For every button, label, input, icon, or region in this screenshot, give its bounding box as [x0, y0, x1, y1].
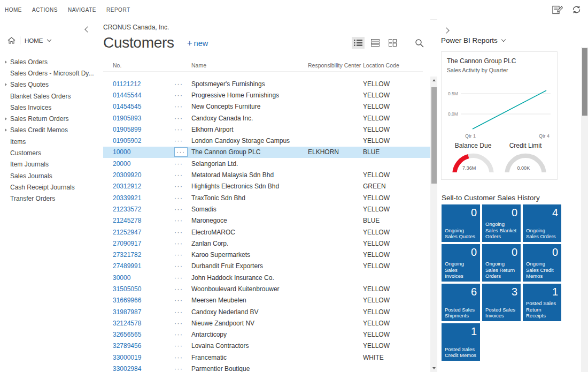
table-row[interactable]: 01454545 ··· New Concepts Furniture YELL…	[103, 101, 430, 112]
table-row[interactable]: 01905902 ··· London Candoxy Storage Camp…	[103, 135, 430, 146]
row-options-icon[interactable]: ···	[174, 171, 183, 179]
customer-no-link[interactable]: 01905893	[113, 115, 141, 122]
grid-view-icon[interactable]	[386, 37, 399, 49]
customer-no-link[interactable]: 20309920	[113, 171, 141, 179]
cue-tile[interactable]: 0 Ongoing Sales Blanket Orders	[482, 204, 521, 242]
row-options-icon[interactable]: ···	[174, 308, 183, 316]
table-row[interactable]: 01905893 ··· Candoxy Canada Inc. YELLOW	[103, 112, 430, 124]
sidebar-item[interactable]: Item Journals	[0, 159, 95, 170]
row-options-icon[interactable]: ···	[174, 229, 183, 236]
breadcrumb[interactable]: CRONUS Canada, Inc.	[103, 24, 169, 31]
table-row[interactable]: 32656565 ··· Antarcticopy YELLOW	[103, 329, 430, 340]
customer-no-link[interactable]: 33000019	[113, 354, 141, 361]
table-row[interactable]: 01905899 ··· Elkhorn Airport YELLOW	[103, 124, 430, 135]
customer-no-link[interactable]: 01445544	[113, 92, 141, 99]
customer-no-link[interactable]: 32656565	[113, 331, 141, 338]
panel-scrollbar[interactable]	[581, 47, 588, 372]
table-row[interactable]: 20339921 ··· TraxTonic Sdn Bhd YELLOW	[103, 192, 430, 203]
column-header-responsibility-center[interactable]: Responsibility Center	[308, 62, 363, 69]
scrollbar-thumb[interactable]	[431, 87, 437, 184]
table-row[interactable]: 01121212 ··· Spotsmeyer's Furnishings YE…	[103, 78, 430, 89]
table-row[interactable]: 32124578 ··· Nieuwe Zandpoort NV YELLOW	[103, 317, 430, 329]
customer-no-link[interactable]: 32789456	[113, 342, 141, 350]
row-options-icon[interactable]: ···	[174, 297, 183, 304]
sidebar-item[interactable]: Sales Credit Memos	[0, 125, 95, 136]
customer-no-link[interactable]: 01454545	[113, 103, 141, 110]
column-header-location-code[interactable]: Location Code	[363, 62, 423, 69]
table-row[interactable]: 32789456 ··· Lovaina Contractors YELLOW	[103, 340, 430, 352]
row-options-icon[interactable]: ···	[174, 320, 183, 327]
tall-rows-view-icon[interactable]	[369, 37, 382, 49]
search-icon[interactable]	[415, 39, 424, 48]
row-options-icon[interactable]: ···	[174, 274, 183, 282]
expand-icon[interactable]	[5, 117, 7, 120]
table-row[interactable]: 31987987 ··· Candoxy Nederland BV YELLOW	[103, 306, 430, 317]
table-row[interactable]: 01445544 ··· Progressive Home Furnishing…	[103, 89, 430, 101]
customer-no-link[interactable]: 20312912	[113, 183, 141, 190]
scroll-up-icon[interactable]	[430, 77, 437, 84]
sidebar-item[interactable]: Blanket Sales Orders	[0, 90, 95, 102]
new-button[interactable]: + new	[187, 39, 208, 48]
sidebar-item[interactable]: Customers	[0, 147, 95, 158]
cue-tile[interactable]: 0 Ongoing Sales Credit Memos	[523, 244, 561, 282]
customer-no-link[interactable]: 30000	[113, 274, 130, 282]
column-header-no[interactable]: No.	[113, 62, 174, 69]
row-options-icon[interactable]: ···	[174, 126, 183, 133]
scrollbar-thumb[interactable]	[582, 48, 587, 116]
customer-no-link[interactable]: 01905899	[113, 126, 141, 133]
row-options-icon[interactable]: ···	[174, 183, 183, 190]
table-row[interactable]: 27321782 ··· Karoo Supermarkets YELLOW	[103, 249, 430, 260]
cue-tile[interactable]: 1 Posted Sales Credit Memos	[442, 323, 480, 361]
refresh-icon[interactable]	[571, 5, 582, 14]
cue-tile[interactable]: 6 Posted Sales Shipments	[442, 284, 480, 321]
edit-list-icon[interactable]	[552, 5, 563, 14]
sidebar-item[interactable]: Sales Orders	[0, 56, 95, 67]
expand-icon[interactable]	[5, 83, 7, 86]
expand-icon[interactable]	[5, 60, 7, 64]
row-options-icon[interactable]: ···	[174, 354, 183, 361]
customer-no-link[interactable]: 10000	[113, 148, 130, 156]
sidebar-home-menu[interactable]: HOME	[0, 19, 95, 44]
row-options-icon[interactable]: ···	[174, 80, 183, 88]
row-options-icon[interactable]: ···	[174, 240, 183, 247]
table-row[interactable]: 30000 ··· John Haddock Insurance Co.	[103, 272, 430, 283]
customer-no-link[interactable]: 21252947	[113, 229, 141, 236]
customer-no-link[interactable]: 21245278	[113, 217, 141, 224]
row-options-icon[interactable]: ···	[174, 92, 183, 99]
expand-icon[interactable]	[5, 128, 7, 132]
table-row[interactable]: 33002984 ··· Parmentier Boutique	[103, 363, 430, 372]
menubar-tab[interactable]: HOME	[5, 7, 22, 13]
table-row[interactable]: 21245278 ··· Maronegoce BLUE	[103, 215, 430, 226]
row-options-icon[interactable]: ···	[174, 217, 183, 224]
customer-no-link[interactable]: 31505050	[113, 285, 141, 293]
cue-tile[interactable]: 3 Posted Sales Invoices	[482, 284, 521, 321]
table-row[interactable]: 31505050 ··· Woonboulevard Kuitenbrouwer…	[103, 283, 430, 294]
row-options-icon[interactable]: ···	[174, 285, 183, 293]
customer-no-link[interactable]: 31987987	[113, 308, 141, 316]
sidebar-item[interactable]: Sales Orders - Microsoft Dy...	[0, 67, 95, 79]
table-row[interactable]: 27090917 ··· Zanlan Corp. YELLOW	[103, 238, 430, 249]
sidebar-item[interactable]: Sales Return Orders	[0, 113, 95, 124]
customer-no-link[interactable]: 33002984	[113, 365, 141, 372]
row-options-icon[interactable]: ···	[174, 160, 183, 168]
sidebar-item[interactable]: Sales Invoices	[0, 102, 95, 113]
customer-no-link[interactable]: 27489991	[113, 262, 141, 270]
sidebar-item[interactable]: Sales Journals	[0, 170, 95, 181]
customer-no-link[interactable]: 01905902	[113, 137, 141, 145]
table-row[interactable]: 21252947 ··· ElectroMAROC YELLOW	[103, 226, 430, 238]
row-options-icon[interactable]: ···	[174, 137, 183, 145]
cue-tile[interactable]: 0 Ongoing Sales Return Orders	[482, 244, 521, 282]
customer-no-link[interactable]: 31669966	[113, 297, 141, 304]
customer-no-link[interactable]: 27090917	[113, 240, 141, 247]
cue-tile[interactable]: 4 Ongoing Sales Orders	[523, 204, 561, 242]
scroll-down-icon[interactable]	[430, 365, 437, 372]
cue-tile[interactable]: 0 Ongoing Sales Quotes	[442, 204, 480, 242]
customer-no-link[interactable]: 32124578	[113, 320, 141, 327]
list-view-icon[interactable]	[352, 37, 365, 49]
table-scrollbar[interactable]	[430, 77, 437, 372]
customer-no-link[interactable]: 01121212	[113, 80, 141, 88]
row-options-icon[interactable]: ···	[174, 365, 183, 372]
sidebar-item[interactable]: Sales Quotes	[0, 79, 95, 90]
row-options-icon[interactable]: ···	[174, 194, 183, 202]
sidebar-item[interactable]: Cash Receipt Journals	[0, 181, 95, 193]
